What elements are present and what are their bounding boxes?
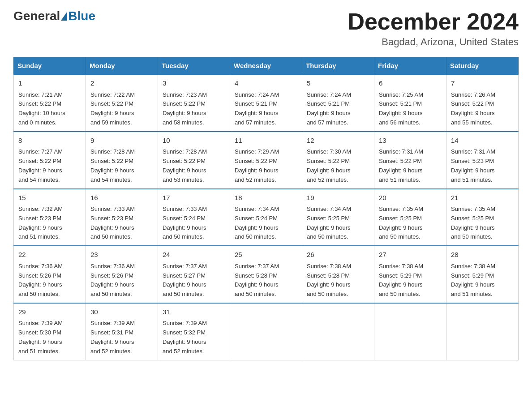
calendar-week-row: 8Sunrise: 7:27 AMSunset: 5:22 PMDaylight… — [14, 132, 519, 189]
table-row: 14Sunrise: 7:31 AMSunset: 5:23 PMDayligh… — [446, 132, 519, 189]
day-info: Sunrise: 7:24 AMSunset: 5:21 PMDaylight:… — [307, 90, 369, 128]
table-row: 28Sunrise: 7:38 AMSunset: 5:29 PMDayligh… — [446, 246, 519, 303]
day-info: Sunrise: 7:39 AMSunset: 5:32 PMDaylight:… — [163, 319, 225, 356]
header-friday: Friday — [374, 57, 446, 75]
table-row — [374, 303, 446, 360]
table-row — [230, 303, 302, 360]
table-row: 18Sunrise: 7:34 AMSunset: 5:24 PMDayligh… — [230, 189, 302, 246]
logo-general: General — [13, 9, 60, 23]
calendar-week-row: 22Sunrise: 7:36 AMSunset: 5:26 PMDayligh… — [14, 246, 519, 303]
day-info: Sunrise: 7:30 AMSunset: 5:22 PMDaylight:… — [307, 147, 369, 184]
table-row: 2Sunrise: 7:22 AMSunset: 5:22 PMDaylight… — [86, 74, 158, 132]
table-row: 31Sunrise: 7:39 AMSunset: 5:32 PMDayligh… — [158, 303, 230, 360]
calendar-week-row: 15Sunrise: 7:32 AMSunset: 5:23 PMDayligh… — [14, 189, 519, 246]
table-row: 19Sunrise: 7:34 AMSunset: 5:25 PMDayligh… — [302, 189, 374, 246]
day-number: 19 — [307, 193, 369, 203]
day-number: 18 — [235, 193, 297, 203]
day-number: 9 — [90, 136, 153, 146]
day-number: 16 — [90, 193, 153, 203]
day-number: 6 — [379, 78, 442, 89]
logo-triangle-icon — [61, 12, 67, 21]
title-area: December 2024 Bagdad, Arizona, United St… — [348, 9, 519, 48]
day-number: 15 — [18, 193, 81, 203]
day-number: 20 — [379, 193, 442, 203]
calendar-table: Sunday Monday Tuesday Wednesday Thursday… — [13, 57, 519, 360]
table-row: 10Sunrise: 7:28 AMSunset: 5:22 PMDayligh… — [158, 132, 230, 189]
day-number: 21 — [451, 193, 514, 203]
location-subtitle: Bagdad, Arizona, United States — [348, 36, 519, 48]
table-row: 23Sunrise: 7:36 AMSunset: 5:26 PMDayligh… — [86, 246, 158, 303]
day-info: Sunrise: 7:27 AMSunset: 5:22 PMDaylight:… — [18, 147, 81, 184]
logo-blue: Blue — [68, 9, 95, 23]
day-info: Sunrise: 7:38 AMSunset: 5:29 PMDaylight:… — [451, 262, 514, 299]
page-header: General Blue December 2024 Bagdad, Arizo… — [13, 9, 519, 48]
header-wednesday: Wednesday — [230, 57, 302, 75]
table-row: 12Sunrise: 7:30 AMSunset: 5:22 PMDayligh… — [302, 132, 374, 189]
table-row: 21Sunrise: 7:35 AMSunset: 5:25 PMDayligh… — [446, 189, 519, 246]
day-number: 4 — [235, 78, 297, 89]
day-number: 25 — [235, 250, 297, 260]
day-info: Sunrise: 7:31 AMSunset: 5:23 PMDaylight:… — [451, 147, 514, 184]
table-row: 29Sunrise: 7:39 AMSunset: 5:30 PMDayligh… — [14, 303, 86, 360]
table-row: 26Sunrise: 7:38 AMSunset: 5:28 PMDayligh… — [302, 246, 374, 303]
header-thursday: Thursday — [302, 57, 374, 75]
day-info: Sunrise: 7:28 AMSunset: 5:22 PMDaylight:… — [163, 147, 225, 184]
day-number: 14 — [451, 136, 514, 146]
day-number: 12 — [307, 136, 369, 146]
logo-text: General Blue — [13, 9, 95, 23]
day-info: Sunrise: 7:36 AMSunset: 5:26 PMDaylight:… — [18, 262, 81, 299]
table-row: 3Sunrise: 7:23 AMSunset: 5:22 PMDaylight… — [158, 74, 230, 132]
day-info: Sunrise: 7:34 AMSunset: 5:25 PMDaylight:… — [307, 205, 369, 242]
day-info: Sunrise: 7:37 AMSunset: 5:28 PMDaylight:… — [235, 262, 297, 299]
day-info: Sunrise: 7:35 AMSunset: 5:25 PMDaylight:… — [451, 205, 514, 242]
day-info: Sunrise: 7:33 AMSunset: 5:24 PMDaylight:… — [163, 205, 225, 242]
day-number: 10 — [163, 136, 225, 146]
table-row: 22Sunrise: 7:36 AMSunset: 5:26 PMDayligh… — [14, 246, 86, 303]
calendar-week-row: 1Sunrise: 7:21 AMSunset: 5:22 PMDaylight… — [14, 74, 519, 132]
logo: General Blue — [13, 9, 95, 23]
header-monday: Monday — [86, 57, 158, 75]
table-row: 25Sunrise: 7:37 AMSunset: 5:28 PMDayligh… — [230, 246, 302, 303]
day-info: Sunrise: 7:23 AMSunset: 5:22 PMDaylight:… — [163, 90, 225, 128]
day-info: Sunrise: 7:39 AMSunset: 5:30 PMDaylight:… — [18, 319, 81, 356]
day-number: 8 — [18, 136, 81, 146]
table-row: 6Sunrise: 7:25 AMSunset: 5:21 PMDaylight… — [374, 74, 446, 132]
day-info: Sunrise: 7:38 AMSunset: 5:28 PMDaylight:… — [307, 262, 369, 299]
table-row: 11Sunrise: 7:29 AMSunset: 5:22 PMDayligh… — [230, 132, 302, 189]
table-row: 27Sunrise: 7:38 AMSunset: 5:29 PMDayligh… — [374, 246, 446, 303]
table-row: 16Sunrise: 7:33 AMSunset: 5:23 PMDayligh… — [86, 189, 158, 246]
table-row: 13Sunrise: 7:31 AMSunset: 5:22 PMDayligh… — [374, 132, 446, 189]
day-info: Sunrise: 7:26 AMSunset: 5:22 PMDaylight:… — [451, 90, 514, 128]
table-row: 1Sunrise: 7:21 AMSunset: 5:22 PMDaylight… — [14, 74, 86, 132]
day-number: 17 — [163, 193, 225, 203]
calendar-header-row: Sunday Monday Tuesday Wednesday Thursday… — [14, 57, 519, 75]
header-saturday: Saturday — [446, 57, 519, 75]
month-title: December 2024 — [348, 9, 519, 34]
day-info: Sunrise: 7:31 AMSunset: 5:22 PMDaylight:… — [379, 147, 442, 184]
day-info: Sunrise: 7:22 AMSunset: 5:22 PMDaylight:… — [90, 90, 153, 128]
day-number: 31 — [163, 307, 225, 317]
day-info: Sunrise: 7:32 AMSunset: 5:23 PMDaylight:… — [18, 205, 81, 242]
day-info: Sunrise: 7:37 AMSunset: 5:27 PMDaylight:… — [163, 262, 225, 299]
header-sunday: Sunday — [14, 57, 86, 75]
day-info: Sunrise: 7:35 AMSunset: 5:25 PMDaylight:… — [379, 205, 442, 242]
table-row: 20Sunrise: 7:35 AMSunset: 5:25 PMDayligh… — [374, 189, 446, 246]
day-number: 3 — [163, 78, 225, 89]
day-number: 7 — [451, 78, 514, 89]
day-number: 1 — [18, 78, 81, 89]
table-row: 8Sunrise: 7:27 AMSunset: 5:22 PMDaylight… — [14, 132, 86, 189]
day-info: Sunrise: 7:21 AMSunset: 5:22 PMDaylight:… — [18, 90, 81, 128]
day-info: Sunrise: 7:25 AMSunset: 5:21 PMDaylight:… — [379, 90, 442, 128]
day-info: Sunrise: 7:34 AMSunset: 5:24 PMDaylight:… — [235, 205, 297, 242]
day-info: Sunrise: 7:33 AMSunset: 5:23 PMDaylight:… — [90, 205, 153, 242]
day-number: 28 — [451, 250, 514, 260]
table-row: 4Sunrise: 7:24 AMSunset: 5:21 PMDaylight… — [230, 74, 302, 132]
day-number: 2 — [90, 78, 153, 89]
table-row: 5Sunrise: 7:24 AMSunset: 5:21 PMDaylight… — [302, 74, 374, 132]
calendar-week-row: 29Sunrise: 7:39 AMSunset: 5:30 PMDayligh… — [14, 303, 519, 360]
day-number: 30 — [90, 307, 153, 317]
table-row — [302, 303, 374, 360]
day-number: 5 — [307, 78, 369, 89]
header-tuesday: Tuesday — [158, 57, 230, 75]
table-row: 9Sunrise: 7:28 AMSunset: 5:22 PMDaylight… — [86, 132, 158, 189]
